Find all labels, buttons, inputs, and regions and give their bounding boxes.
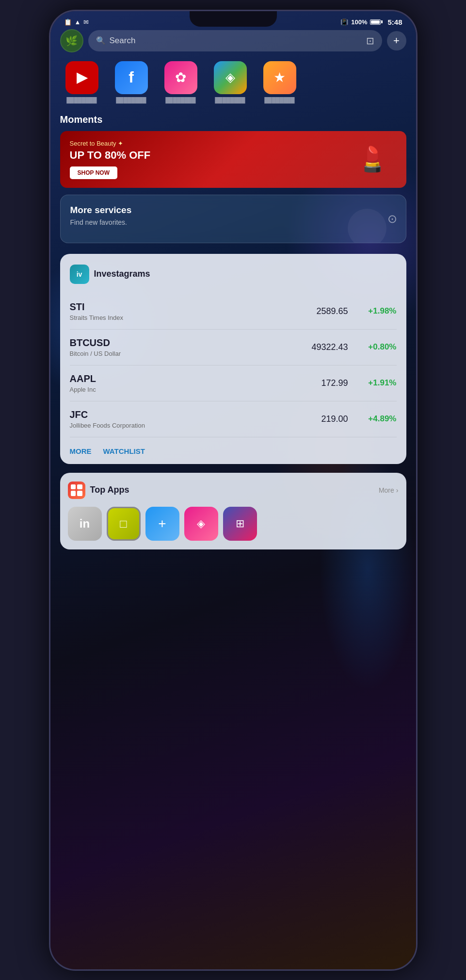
investagrams-logo: iv <box>70 265 89 284</box>
more-services-subtitle: Find new favorites. <box>70 218 396 226</box>
app-icon-item-fb[interactable]: f ████████ <box>110 61 153 103</box>
youtube-label: ████████ <box>66 97 96 103</box>
sim-icon: 📋 <box>64 18 72 26</box>
vibrate-icon: 📳 <box>340 18 348 26</box>
logo-dot-3 <box>71 491 76 496</box>
app-icon-item-app4[interactable]: ◈ ████████ <box>209 61 252 103</box>
main-content: 🌿 🔍 Search ⊡ + ▶ ████████ f <box>50 29 416 549</box>
investagrams-card: iv Investagrams STI Straits Times Index … <box>60 254 406 464</box>
stock-ticker-sti: STI <box>70 301 317 313</box>
list-item[interactable]: □ <box>107 507 141 541</box>
table-row[interactable]: AAPL Apple Inc 172.99 +1.91% <box>70 365 397 401</box>
more-button[interactable]: MORE <box>70 447 92 455</box>
youtube-icon: ▶ <box>65 61 98 94</box>
top-apps-left: Top Apps <box>68 482 129 499</box>
logo-dot-2 <box>77 484 82 490</box>
stock-price-aapl: 172.99 <box>321 378 348 388</box>
app3-icon: ✿ <box>164 61 197 94</box>
list-item[interactable]: in <box>68 507 102 541</box>
notification-icon: ✉ <box>83 18 89 26</box>
watchlist-button[interactable]: WATCHLIST <box>103 447 145 455</box>
search-placeholder: Search <box>110 36 362 46</box>
ad-tagline: Secret to Beauty ✦ <box>70 140 348 147</box>
app5-label: ████████ <box>264 97 294 103</box>
stock-price-jfc: 219.00 <box>321 414 348 424</box>
ad-text: Secret to Beauty ✦ UP TO 80% OFF SHOP NO… <box>70 140 348 179</box>
search-bar-row: 🌿 🔍 Search ⊡ + <box>60 29 406 52</box>
app-icon-item-app5[interactable]: ★ ████████ <box>258 61 302 103</box>
ad-discount: UP TO 80% OFF <box>70 149 348 162</box>
facebook-icon: f <box>115 61 148 94</box>
add-button[interactable]: + <box>387 31 406 50</box>
app-icon-item-youtube[interactable]: ▶ ████████ <box>60 61 104 103</box>
app5-icon: ★ <box>263 61 296 94</box>
top-apps-logo-icon <box>68 482 85 499</box>
list-item[interactable]: ◈ <box>184 507 218 541</box>
stock-name-sti: Straits Times Index <box>70 314 317 321</box>
stock-price-btc: 49322.43 <box>311 342 348 352</box>
more-services-card[interactable]: More services Find new favorites. ⊙ <box>60 195 406 243</box>
investagrams-header: iv Investagrams <box>70 265 397 284</box>
ad-shop-button[interactable]: SHOP NOW <box>70 166 117 179</box>
ad-banner[interactable]: Secret to Beauty ✦ UP TO 80% OFF SHOP NO… <box>60 131 406 188</box>
top-apps-more-link[interactable]: More › <box>379 486 399 494</box>
app-icon-item-app3[interactable]: ✿ ████████ <box>159 61 203 103</box>
app4-label: ████████ <box>215 97 245 103</box>
user-avatar[interactable]: 🌿 <box>60 29 83 52</box>
stock-change-jfc: +4.89% <box>358 414 397 424</box>
stock-name-aapl: Apple Inc <box>70 386 321 393</box>
app-icons-row: ▶ ████████ f ████████ ✿ ████████ ◈ <box>60 61 406 103</box>
barcode-icon: ⊡ <box>366 35 374 47</box>
stock-ticker-jfc: JFC <box>70 409 321 420</box>
list-item[interactable]: ⊞ <box>223 507 257 541</box>
battery-icon <box>370 19 383 25</box>
fb-label: ████████ <box>116 97 146 103</box>
app4-icon: ◈ <box>214 61 247 94</box>
search-icon: 🔍 <box>96 36 106 45</box>
stock-ticker-aapl: AAPL <box>70 373 321 384</box>
stock-price-sti: 2589.65 <box>316 306 348 316</box>
list-item[interactable]: + <box>145 507 179 541</box>
stock-change-sti: +1.98% <box>358 306 397 316</box>
top-apps-header: Top Apps More › <box>68 482 399 499</box>
status-left-icons: 📋 ▲ ✉ <box>64 18 89 26</box>
top-apps-title: Top Apps <box>90 485 129 495</box>
investagrams-footer: MORE WATCHLIST <box>70 445 397 455</box>
more-services-arrow-icon: ⊙ <box>387 212 397 226</box>
status-right-area: 📳 100% 5:48 <box>340 18 402 26</box>
phone-frame: 📋 ▲ ✉ 📳 100% 5:48 🌿 🔍 Search ⊡ <box>49 10 418 971</box>
stock-info-sti: STI Straits Times Index <box>70 301 317 321</box>
table-row[interactable]: STI Straits Times Index 2589.65 +1.98% <box>70 294 397 330</box>
stock-change-aapl: +1.91% <box>358 378 397 388</box>
app3-label: ████████ <box>165 97 195 103</box>
stock-ticker-btc: BTCUSD <box>70 337 312 349</box>
table-row[interactable]: BTCUSD Bitcoin / US Dollar 49322.43 +0.8… <box>70 330 397 365</box>
wifi-icon: ▲ <box>75 18 81 26</box>
table-row[interactable]: JFC Jollibee Foods Corporation 219.00 +4… <box>70 401 397 437</box>
stock-name-btc: Bitcoin / US Dollar <box>70 350 312 357</box>
moments-section: Moments Secret to Beauty ✦ UP TO 80% OFF… <box>60 114 406 243</box>
logo-dot-1 <box>71 484 76 490</box>
ad-image: 💄 <box>348 140 397 179</box>
stock-info-btc: BTCUSD Bitcoin / US Dollar <box>70 337 312 357</box>
investagrams-name: Investagrams <box>94 269 150 279</box>
top-apps-icons-row: in □ + ◈ ⊞ <box>68 507 399 541</box>
search-input-wrapper[interactable]: 🔍 Search ⊡ <box>88 30 382 51</box>
battery-percentage: 100% <box>351 18 367 26</box>
more-services-bg-shape <box>348 209 386 243</box>
chevron-right-icon: › <box>396 486 399 494</box>
top-apps-card: Top Apps More › in □ + ◈ <box>60 473 406 549</box>
more-services-title: More services <box>70 205 396 216</box>
moments-title: Moments <box>60 114 406 125</box>
stock-change-btc: +0.80% <box>358 342 397 352</box>
logo-dot-4 <box>77 491 82 496</box>
stock-info-jfc: JFC Jollibee Foods Corporation <box>70 409 321 429</box>
clock: 5:48 <box>387 18 402 26</box>
stock-info-aapl: AAPL Apple Inc <box>70 373 321 393</box>
notch <box>190 11 277 27</box>
stock-name-jfc: Jollibee Foods Corporation <box>70 422 321 429</box>
